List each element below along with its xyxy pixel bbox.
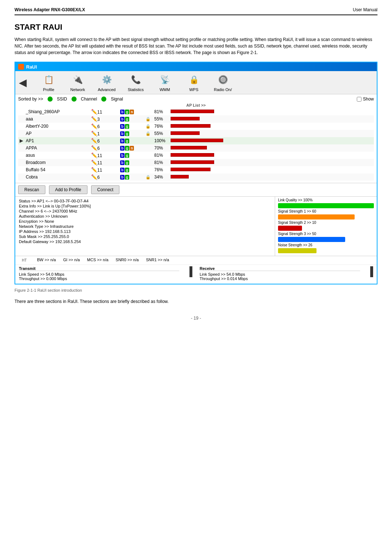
table-row[interactable]: ▶AP1✏️6bg100% — [18, 137, 374, 144]
lock-icon: 🔒 — [146, 175, 151, 179]
back-button[interactable]: ◀ — [19, 77, 27, 89]
b-badge: b — [120, 131, 124, 136]
channel-cell: ✏️3 — [90, 115, 119, 123]
product-name: Wireless Adapter RNX-G300EX/LX — [15, 7, 85, 12]
signal-pct-cell: 100% — [153, 137, 169, 144]
figure-caption: Figure 2-1-1 RaUI section introduction — [15, 288, 377, 292]
g-badge: g — [125, 146, 129, 151]
lock-cell — [144, 166, 153, 173]
row-arrow — [18, 123, 24, 130]
signal-bar — [171, 153, 214, 157]
receive-section: Receive Link Speed >> 54.0 Mbps Throughp… — [200, 266, 360, 281]
table-row[interactable]: Broadcom✏️11bg81% — [18, 159, 374, 166]
signal-bar — [171, 160, 214, 164]
toolbar-wmm[interactable]: 📡 WMM — [154, 73, 176, 92]
lock-icon: 🔒 — [146, 124, 151, 128]
toolbar-profile[interactable]: 📋 Profile — [38, 73, 60, 92]
signal-bar — [171, 131, 200, 135]
ssid-cell: APPA — [24, 144, 90, 152]
raui-window: RaUI ◀ 📋 Profile 🔌 Network ⚙️ Advanced 📞… — [15, 62, 377, 284]
signal-bar-cell — [169, 159, 374, 166]
connect-button[interactable]: Connect — [91, 185, 120, 194]
page-title: START RAUI — [15, 22, 377, 32]
quality-bar — [278, 237, 345, 242]
quality-bar — [278, 226, 302, 231]
table-row[interactable]: APPA✏️6bgn70% — [18, 144, 374, 152]
row-arrow — [18, 159, 24, 166]
show-check[interactable]: Show — [357, 97, 374, 102]
quality-row: Signal Strength 2 >> 10 — [278, 221, 374, 225]
toolbar-wps[interactable]: 🔒 WPS — [183, 73, 205, 92]
b-badge: b — [120, 124, 124, 129]
status-left: Status >> AP1 <--> 00-03-7F-00-D7-A4 Ext… — [15, 197, 275, 256]
row-arrow — [18, 130, 24, 137]
table-row[interactable]: AP✏️1bg🔒55% — [18, 130, 374, 137]
quality-label: Noise Strength >> 26 — [278, 243, 313, 247]
badge-cell: bg — [119, 137, 144, 144]
g-badge: g — [125, 110, 129, 114]
table-row[interactable]: aaa✏️3bg🔒55% — [18, 115, 374, 123]
receive-bar — [370, 266, 373, 277]
toolbar-statistics[interactable]: 📞 Statistics — [125, 73, 147, 92]
row-arrow — [18, 144, 24, 152]
transmit-receive: Transmit Link Speed >> 54.0 Mbps Through… — [15, 264, 377, 284]
channel-cell: ✏️1 — [90, 130, 119, 137]
channel-cell: ✏️6 — [90, 173, 119, 181]
manual-label: User Manual — [353, 7, 377, 12]
ssid-cell: Broadcom — [24, 159, 90, 166]
table-row[interactable]: asus✏️11bg81% — [18, 152, 374, 159]
signal-bar — [171, 146, 207, 149]
quality-label: Signal Strength 3 >> 50 — [278, 232, 316, 236]
toolbar-network[interactable]: 🔌 Network — [67, 73, 89, 92]
receive-link-speed: Link Speed >> 54.0 Mbps — [200, 272, 360, 276]
channel-row: Channel >> 6 <--> 2437000 MHz — [19, 209, 271, 213]
b-badge: b — [120, 175, 124, 180]
rescan-button[interactable]: Rescan — [18, 185, 45, 194]
g-badge: g — [125, 139, 129, 143]
signal-bar-cell — [169, 152, 374, 159]
channel-cell: ✏️11 — [90, 152, 119, 159]
quality-bar-row — [278, 248, 374, 253]
table-row[interactable]: AlbertY-200✏️6bg🔒76% — [18, 123, 374, 130]
badge-cell: bg — [119, 123, 144, 130]
b-badge: b — [120, 160, 124, 165]
wmm-label: WMM — [160, 87, 170, 92]
statistics-label: Statistics — [128, 87, 144, 92]
table-row[interactable]: Buffalo 54✏️11bg76% — [18, 166, 374, 173]
quality-bar-row — [278, 237, 374, 242]
ap-list-header: AP List >> — [18, 103, 374, 107]
transmit-bar — [189, 266, 192, 277]
badge-cell: bg — [119, 166, 144, 173]
toolbar-advanced[interactable]: ⚙️ Advanced — [96, 73, 118, 92]
table-row[interactable]: Cobra✏️6bg🔒34% — [18, 173, 374, 181]
quality-bar — [278, 248, 317, 253]
profile-icon: 📋 — [41, 73, 56, 86]
channel-cell: ✏️11 — [90, 108, 119, 115]
quality-bar — [278, 214, 355, 219]
table-row[interactable]: _Shiang_2860AP✏️11bgn81% — [18, 108, 374, 115]
badge-cell: bg — [119, 159, 144, 166]
signal-pct-cell: 81% — [153, 108, 169, 115]
wps-icon: 🔒 — [187, 73, 201, 86]
ssid-cell: _Shiang_2860AP — [24, 108, 90, 115]
ap-table: _Shiang_2860AP✏️11bgn81%aaa✏️3bg🔒55%Albe… — [18, 108, 374, 181]
toolbar: ◀ 📋 Profile 🔌 Network ⚙️ Advanced 📞 Stat… — [15, 71, 377, 94]
channel-cell: ✏️6 — [90, 144, 119, 152]
add-to-profile-button[interactable]: Add to Profile — [49, 185, 87, 194]
gateway-row: Default Gateway >> 192.168.5.254 — [19, 239, 271, 244]
show-checkbox[interactable] — [357, 97, 362, 102]
lock-cell: 🔒 — [144, 115, 153, 123]
signal-bar-cell — [169, 115, 374, 123]
g-badge: g — [125, 175, 129, 180]
badge-cell: bgn — [119, 144, 144, 152]
quality-bar-row — [278, 214, 374, 219]
ssid-cell: aaa — [24, 115, 90, 123]
ssid-cell: asus — [24, 152, 90, 159]
signal-pct-cell: 76% — [153, 166, 169, 173]
raui-app-icon — [18, 64, 24, 70]
toolbar-radioon[interactable]: 🔘 Radio On/ — [212, 73, 234, 92]
b-badge: b — [120, 139, 124, 143]
lock-cell: 🔒 — [144, 130, 153, 137]
sorted-label: Sorted by >> — [18, 97, 43, 102]
lock-cell — [144, 137, 153, 144]
